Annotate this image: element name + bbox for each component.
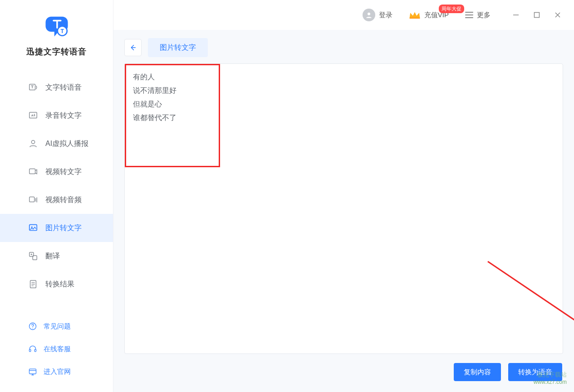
minimize-button[interactable] (512, 11, 520, 19)
support-item-label: 进入官网 (44, 368, 71, 376)
nav-item-label: 视频转文字 (45, 167, 82, 177)
svg-rect-20 (535, 13, 540, 18)
login-button[interactable]: 登录 (363, 9, 392, 21)
nav-translate[interactable]: 翻译 (0, 242, 113, 270)
crown-icon (409, 10, 421, 20)
vip-badge: 周年大促 (439, 5, 464, 13)
svg-point-14 (32, 328, 33, 329)
menu-lines-icon (465, 12, 473, 18)
footer-buttons: 复制内容 转换为语音 (124, 363, 563, 381)
window-controls (512, 11, 561, 19)
convert-to-speech-button[interactable]: 转换为语音 (508, 363, 562, 381)
tab-row: 图片转文字 (124, 38, 563, 57)
video-to-text-icon (28, 167, 38, 177)
content-area: 图片转文字 有的人 说不清那里好 但就是心 谁都替代不了 复制内容 转换为语音 (113, 30, 574, 392)
svg-rect-19 (409, 18, 420, 19)
login-label: 登录 (379, 11, 392, 19)
nav-list: 文字转语音 录音转文字 AI虚拟人播报 视频转文字 视频转音频 图片转文字 (0, 67, 113, 315)
more-menu[interactable]: 更多 (465, 11, 491, 19)
app-logo-icon: T (44, 13, 69, 38)
svg-rect-16 (34, 349, 36, 352)
svg-point-5 (31, 140, 34, 144)
nav-item-label: 翻译 (45, 252, 60, 261)
website-icon (28, 367, 37, 376)
main: 登录 充值VIP 周年大促 更多 (113, 0, 574, 392)
logo-block: T 迅捷文字转语音 (0, 0, 113, 67)
app-name: 迅捷文字转语音 (26, 46, 87, 57)
svg-text:T: T (60, 28, 64, 34)
video-to-audio-icon (28, 195, 38, 205)
nav-item-label: 视频转音频 (45, 195, 82, 205)
close-button[interactable] (554, 11, 561, 19)
vip-button[interactable]: 充值VIP 周年大促 (409, 10, 449, 20)
nav-item-label: 文字转语音 (45, 83, 82, 92)
svg-rect-15 (29, 349, 31, 352)
support-service[interactable]: 在线客服 (0, 338, 113, 360)
nav-audio-to-text[interactable]: 录音转文字 (0, 102, 113, 130)
svg-rect-17 (29, 369, 36, 374)
tab-label: 图片转文字 (160, 43, 196, 53)
sidebar: T 迅捷文字转语音 文字转语音 录音转文字 AI虚拟人播报 视频转文字 (0, 0, 113, 392)
text-to-speech-icon (28, 82, 38, 92)
nav-image-to-text[interactable]: 图片转文字 (0, 214, 113, 242)
copy-content-button[interactable]: 复制内容 (454, 363, 501, 381)
support-faq[interactable]: 常见问题 (0, 315, 113, 338)
nav-item-label: 转换结果 (45, 280, 74, 289)
nav-video-to-text[interactable]: 视频转文字 (0, 158, 113, 186)
headset-icon (28, 344, 37, 353)
more-label: 更多 (477, 11, 491, 19)
support-item-label: 常见问题 (44, 322, 71, 331)
results-icon (28, 279, 38, 289)
maximize-button[interactable] (533, 11, 540, 19)
support-list: 常见问题 在线客服 进入官网 (0, 315, 113, 392)
svg-rect-4 (29, 112, 37, 118)
nav-item-label: 图片转文字 (45, 223, 82, 233)
support-website[interactable]: 进入官网 (0, 360, 113, 383)
header: 登录 充值VIP 周年大促 更多 (113, 0, 574, 30)
svg-rect-7 (29, 197, 34, 202)
nav-results[interactable]: 转换结果 (0, 270, 113, 298)
editor-panel: 有的人 说不清那里好 但就是心 谁都替代不了 (124, 63, 563, 354)
tab-image-to-text[interactable]: 图片转文字 (148, 38, 208, 57)
back-button[interactable] (124, 39, 142, 56)
nav-ai-avatar[interactable]: AI虚拟人播报 (0, 130, 113, 158)
translate-icon (28, 251, 38, 261)
nav-text-to-speech[interactable]: 文字转语音 (0, 73, 113, 102)
help-icon (28, 322, 37, 331)
ocr-result-text[interactable]: 有的人 说不清那里好 但就是心 谁都替代不了 (129, 68, 558, 127)
audio-to-text-icon (28, 111, 38, 121)
arrow-left-icon (129, 44, 137, 52)
nav-item-label: AI虚拟人播报 (45, 139, 88, 149)
ai-avatar-icon (28, 139, 38, 149)
nav-item-label: 录音转文字 (45, 111, 82, 121)
nav-video-to-audio[interactable]: 视频转音频 (0, 186, 113, 214)
svg-rect-6 (29, 169, 35, 174)
support-item-label: 在线客服 (44, 345, 71, 353)
svg-point-18 (368, 13, 370, 15)
image-to-text-icon (28, 223, 38, 233)
user-avatar-icon (363, 9, 375, 21)
